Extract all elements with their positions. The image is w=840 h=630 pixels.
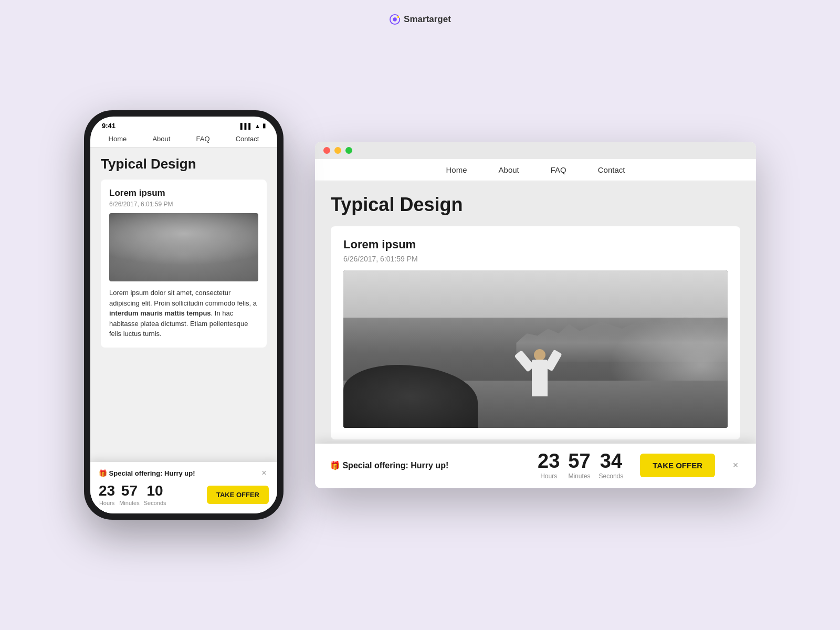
signal-icon: ▌▌▌ [240,123,253,129]
browser-timer-seconds: 34 Seconds [599,451,624,480]
phone-body-text: Lorem ipsum dolor sit amet, consectetur … [109,289,257,307]
phone-nav: Home About FAQ Contact [90,132,277,148]
phone-hours-num: 23 [99,483,115,499]
browser-nav: Home About FAQ Contact [315,159,756,181]
browser-content: Typical Design Lorem ipsum 6/26/2017, 6:… [315,181,756,488]
logo-text: Smartarget [404,14,451,25]
phone-countdown-title: 🎁 Special offering: Hurry up! [99,469,195,477]
phone-seconds-num: 10 [147,483,163,499]
phone-time: 9:41 [102,122,116,130]
phone-image-scene [109,213,258,281]
browser-nav-home[interactable]: Home [446,165,467,174]
browser-minutes-num: 57 [568,451,590,471]
phone-body-bold: interdum mauris mattis tempus [109,309,211,317]
browser-seconds-num: 34 [600,451,622,471]
browser-nav-faq[interactable]: FAQ [551,165,566,174]
phone-card: Lorem ipsum 6/26/2017, 6:01:59 PM Lorem … [101,180,267,348]
phone-countdown-bar: 🎁 Special offering: Hurry up! × 23 Hours… [90,462,277,513]
browser-take-offer-button[interactable]: TAKE OFFER [640,454,715,477]
phone-card-date: 6/26/2017, 6:01:59 PM [109,201,258,208]
top-logo: Smartarget [389,14,451,25]
browser-hours-label: Hours [540,472,557,480]
phone-card-image [109,213,258,281]
phone-status-icons: ▌▌▌ ▲ ▮ [240,122,266,129]
browser-timer-section: 23 Hours 57 Minutes 34 Seconds [538,451,623,480]
figure-body [532,360,548,396]
browser-timer-hours: 23 Hours [538,451,560,480]
phone-timer-seconds: 10 Seconds [144,483,166,506]
browser-dot-red[interactable] [323,147,330,154]
svg-point-2 [397,16,400,18]
browser-titlebar [315,142,756,159]
browser-mockup: Home About FAQ Contact Typical Design Lo… [315,142,756,488]
phone-nav-contact[interactable]: Contact [236,135,259,143]
phone-nav-home[interactable]: Home [109,135,127,143]
phone-timer-minutes: 57 Minutes [119,483,140,506]
phone-card-body: Lorem ipsum dolor sit amet, consectetur … [109,288,258,339]
phone-content: Typical Design Lorem ipsum 6/26/2017, 6:… [90,148,277,513]
browser-dot-green[interactable] [345,147,352,154]
phone-timer-hours: 23 Hours [99,483,115,506]
browser-timer-minutes: 57 Minutes [568,451,590,480]
phone-minutes-label: Minutes [119,500,140,506]
browser-card-date: 6/26/2017, 6:01:59 PM [343,255,728,263]
phone-hours-label: Hours [99,500,114,506]
browser-page-title: Typical Design [331,194,740,216]
svg-point-1 [393,17,396,21]
browser-hours-num: 23 [538,451,560,471]
phone-status-bar: 9:41 ▌▌▌ ▲ ▮ [90,117,277,132]
browser-card-title: Lorem ipsum [343,238,728,251]
phone-page-title: Typical Design [101,156,267,172]
battery-icon: ▮ [262,122,266,129]
browser-close-button[interactable]: × [730,460,741,471]
browser-nav-contact[interactable]: Contact [598,165,625,174]
phone-minutes-num: 57 [121,483,138,499]
browser-card-image [343,270,728,428]
phone-mockup: 9:41 ▌▌▌ ▲ ▮ Home About FAQ Contact Typi… [84,110,284,520]
browser-countdown-bar: 🎁 Special offering: Hurry up! 23 Hours 5… [315,444,756,488]
wifi-icon: ▲ [255,123,260,129]
browser-minutes-label: Minutes [568,472,590,480]
browser-dot-yellow[interactable] [334,147,341,154]
browser-card: Lorem ipsum 6/26/2017, 6:01:59 PM [331,226,740,439]
figure-head [534,349,545,361]
phone-nav-about[interactable]: About [152,135,170,143]
phone-seconds-label: Seconds [144,500,166,506]
logo-icon [389,14,401,25]
browser-seconds-label: Seconds [599,472,624,480]
phone-nav-faq[interactable]: FAQ [196,135,209,143]
phone-close-button[interactable]: × [259,468,269,478]
phone-card-title: Lorem ipsum [109,188,258,198]
phone-take-offer-button[interactable]: TAKE OFFER [207,486,269,504]
browser-nav-about[interactable]: About [499,165,519,174]
browser-image-figure [524,339,555,396]
browser-countdown-title: 🎁 Special offering: Hurry up! [330,460,448,470]
browser-image-splash [593,302,728,381]
